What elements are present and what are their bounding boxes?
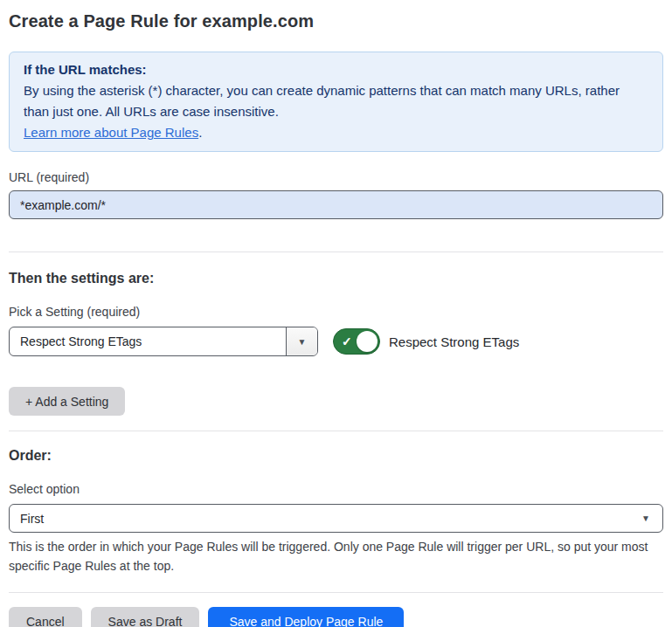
save-deploy-button[interactable]: Save and Deploy Page Rule	[208, 607, 404, 627]
settings-heading: Then the settings are:	[9, 270, 663, 286]
footer-actions: Cancel Save as Draft Save and Deploy Pag…	[9, 607, 663, 627]
section-divider	[9, 592, 663, 593]
toggle-label: Respect Strong ETags	[389, 334, 519, 349]
page-title: Create a Page Rule for example.com	[9, 10, 663, 31]
chevron-down-icon[interactable]: ▼	[286, 327, 317, 355]
toggle-knob	[357, 331, 378, 352]
add-setting-button[interactable]: + Add a Setting	[9, 387, 125, 416]
check-icon: ✓	[342, 335, 352, 348]
url-label: URL (required)	[9, 170, 663, 185]
setting-row: Respect Strong ETags ▼ ✓ Respect Strong …	[9, 327, 663, 356]
info-box-body: By using the asterisk (*) character, you…	[24, 80, 648, 122]
save-draft-button[interactable]: Save as Draft	[91, 607, 200, 627]
url-input[interactable]	[9, 190, 663, 219]
cancel-button[interactable]: Cancel	[9, 607, 82, 627]
info-box-heading: If the URL matches:	[24, 59, 648, 80]
order-select-value: First	[20, 512, 44, 526]
chevron-down-icon: ▼	[641, 513, 650, 523]
learn-more-link[interactable]: Learn more about Page Rules	[24, 125, 198, 140]
info-box-link-line: Learn more about Page Rules.	[24, 122, 648, 143]
create-page-rule-form: Create a Page Rule for example.com If th…	[0, 0, 672, 627]
setting-toggle[interactable]: ✓	[333, 328, 380, 355]
setting-select-value: Respect Strong ETags	[20, 334, 142, 348]
url-match-info-box: If the URL matches: By using the asteris…	[9, 52, 663, 152]
order-helper-text: This is the order in which your Page Rul…	[9, 537, 663, 575]
order-heading: Order:	[9, 447, 663, 464]
pick-setting-label: Pick a Setting (required)	[9, 305, 663, 320]
section-divider	[9, 431, 663, 431]
order-select[interactable]: First ▼	[9, 504, 663, 533]
section-divider	[9, 251, 663, 252]
setting-select[interactable]: Respect Strong ETags ▼	[9, 327, 318, 356]
order-select-label: Select option	[9, 482, 663, 497]
link-suffix: .	[198, 125, 202, 140]
